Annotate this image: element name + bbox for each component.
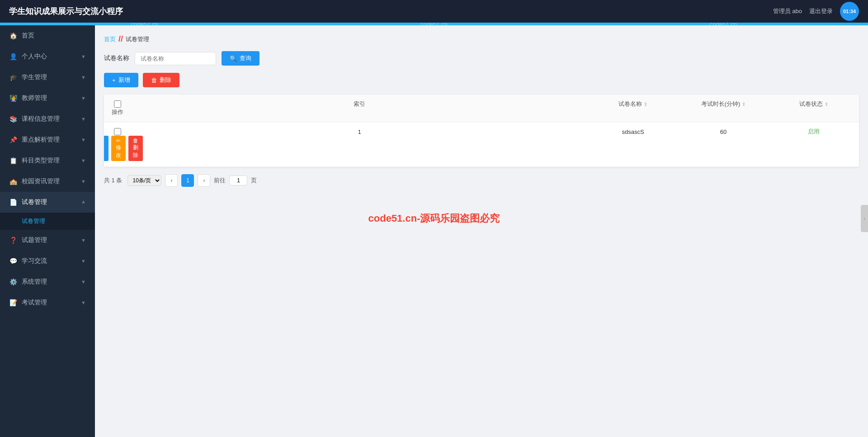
search-icon: 🔍: [230, 55, 237, 62]
exam-mgmt-icon: 📝: [9, 299, 17, 306]
subject-icon: 📋: [9, 157, 17, 164]
action-bar: + 新增 🗑 删除: [104, 73, 859, 87]
sidebar-item-question[interactable]: ❓ 试题管理 ▼: [0, 230, 95, 251]
chevron-down-icon: ▼: [81, 54, 86, 59]
sidebar-item-keypoint[interactable]: 📌 重点解析管理 ▼: [0, 129, 95, 150]
goto-suffix: 页: [251, 176, 257, 185]
sidebar-item-home[interactable]: 🏠 首页: [0, 25, 95, 46]
table-row: 1 sdsascS 60 启用 📋 详情: [104, 122, 859, 167]
chevron-down-icon: ▼: [81, 116, 86, 122]
student-icon: 🎓: [9, 74, 17, 81]
chevron-down-icon: ▼: [81, 258, 86, 264]
header-right: 管理员 abo 退出登录 01:34: [773, 2, 859, 21]
row-checkbox[interactable]: [114, 128, 121, 135]
sort-icon-name[interactable]: ⇕: [644, 102, 647, 107]
keypoint-icon: 📌: [9, 136, 17, 143]
header-clock: 01:34: [840, 2, 859, 21]
search-label: 试卷名称: [104, 54, 129, 62]
col-index: 索引: [131, 100, 588, 108]
topbar-text-2: code51.cn: [420, 23, 448, 25]
sidebar-subject-label: 科目类型管理: [22, 157, 60, 165]
chevron-up-icon: ▼: [81, 200, 86, 205]
row-name: sdsascS: [622, 128, 644, 135]
breadcrumb-home[interactable]: 首页: [104, 35, 116, 43]
row-index-cell: 1: [131, 128, 588, 135]
sidebar-sub-item-exam-paper-mgmt[interactable]: 试卷管理: [0, 213, 95, 230]
header-user: 管理员 abo: [773, 7, 802, 15]
status-badge: 启用: [808, 128, 820, 136]
sort-icon-status[interactable]: ⇕: [825, 102, 828, 107]
row-actions-cell: 📋 详情 ✏ 修改 🗑 删除: [104, 136, 131, 161]
batch-delete-button[interactable]: 🗑 删除: [143, 73, 179, 87]
sidebar-exam-paper-label: 试卷管理: [22, 198, 47, 206]
sidebar-item-system[interactable]: ⚙️ 系统管理 ▼: [0, 271, 95, 292]
row-status-cell: 启用: [769, 128, 859, 136]
select-all-checkbox[interactable]: [114, 100, 121, 108]
sidebar-exam-mgmt-label: 考试管理: [22, 299, 47, 307]
right-collapse-handle[interactable]: ›: [861, 205, 868, 232]
sidebar-item-course[interactable]: 📚 课程信息管理 ▼: [0, 109, 95, 129]
col-duration: 考试时长(分钟) ⇕: [678, 100, 769, 108]
sidebar-item-subject[interactable]: 📋 科目类型管理 ▼: [0, 150, 95, 171]
profile-icon: 👤: [9, 53, 17, 60]
sidebar-profile-label: 个人中心: [22, 52, 47, 61]
sidebar-course-label: 课程信息管理: [22, 115, 60, 123]
breadcrumb-separator: //: [118, 34, 123, 44]
sidebar-campus-label: 校园资讯管理: [22, 177, 60, 185]
detail-button[interactable]: 📋 详情: [104, 136, 108, 161]
table-header: 索引 试卷名称 ⇕ 考试时长(分钟) ⇕ 试卷状态 ⇕ 操作: [104, 95, 859, 122]
sidebar-teacher-label: 教师管理: [22, 94, 47, 102]
course-icon: 📚: [9, 115, 17, 123]
sidebar-item-exam-mgmt[interactable]: 📝 考试管理 ▼: [0, 292, 95, 313]
topbar-text-3: code51.cn: [710, 23, 737, 25]
header: 学生知识成果展示与交流小程序 管理员 abo 退出登录 01:34: [0, 0, 868, 23]
study-icon: 💬: [9, 257, 17, 265]
chevron-down-icon: ▼: [81, 75, 86, 80]
logout-button[interactable]: 退出登录: [809, 7, 833, 15]
sidebar-item-exam-paper[interactable]: 📄 试卷管理 ▼: [0, 192, 95, 213]
main-content: 首页 // 试卷管理 试卷名称 🔍 查询 + 新增 🗑 删除: [95, 25, 868, 437]
chevron-down-icon: ▼: [81, 95, 86, 101]
row-checkbox-cell: [104, 128, 131, 135]
chevron-down-icon: ▼: [81, 300, 86, 305]
pagination: 共 1 条 10条/页 20条/页 50条/页 ‹ 1 › 前往 页: [104, 174, 859, 187]
chevron-down-icon: ▼: [81, 179, 86, 184]
sidebar-item-teacher[interactable]: 👩‍🏫 教师管理 ▼: [0, 88, 95, 109]
sidebar-item-campus[interactable]: 🏫 校园资讯管理 ▼: [0, 171, 95, 192]
trash-icon: 🗑: [151, 77, 157, 84]
search-input[interactable]: [135, 52, 216, 65]
page-size-select[interactable]: 10条/页 20条/页 50条/页: [127, 175, 161, 186]
add-button[interactable]: + 新增: [104, 73, 138, 87]
sidebar-home-label: 首页: [22, 32, 34, 40]
edit-button[interactable]: ✏ 修改: [111, 136, 126, 161]
top-bar: code51.cn code51.cn code51.cn: [0, 23, 868, 25]
sidebar-item-study[interactable]: 💬 学习交流 ▼: [0, 251, 95, 271]
breadcrumb: 首页 // 试卷管理: [104, 34, 859, 44]
goto-page-input[interactable]: [229, 176, 247, 185]
topbar-text-1: code51.cn: [131, 23, 158, 25]
chevron-down-icon: ▼: [81, 158, 86, 163]
col-name: 试卷名称 ⇕: [588, 100, 678, 108]
app-title: 学生知识成果展示与交流小程序: [9, 6, 123, 17]
search-button[interactable]: 🔍 查询: [222, 51, 259, 66]
chevron-down-icon: ▼: [81, 137, 86, 142]
col-status: 试卷状态 ⇕: [769, 100, 859, 108]
question-icon: ❓: [9, 237, 17, 244]
sidebar-system-label: 系统管理: [22, 278, 47, 286]
system-icon: ⚙️: [9, 278, 17, 285]
teacher-icon: 👩‍🏫: [9, 95, 17, 102]
exam-paper-icon: 📄: [9, 199, 17, 206]
row-delete-button[interactable]: 🗑 删除: [128, 136, 143, 161]
sidebar-student-label: 学生管理: [22, 73, 47, 81]
next-page-button[interactable]: ›: [198, 174, 210, 187]
sidebar-study-label: 学习交流: [22, 257, 47, 265]
breadcrumb-current: 试卷管理: [126, 35, 149, 43]
sidebar-item-student[interactable]: 🎓 学生管理 ▼: [0, 67, 95, 88]
sort-icon-duration[interactable]: ⇕: [742, 102, 745, 107]
data-table: 索引 试卷名称 ⇕ 考试时长(分钟) ⇕ 试卷状态 ⇕ 操作: [104, 95, 859, 167]
layout: 🏠 首页 👤 个人中心 ▼ 🎓 学生管理 ▼ 👩‍🏫 教师管理 ▼: [0, 25, 868, 437]
sidebar-item-profile[interactable]: 👤 个人中心 ▼: [0, 46, 95, 67]
prev-page-button[interactable]: ‹: [165, 174, 178, 187]
row-index: 1: [358, 128, 361, 135]
page-1-button[interactable]: 1: [181, 174, 194, 187]
